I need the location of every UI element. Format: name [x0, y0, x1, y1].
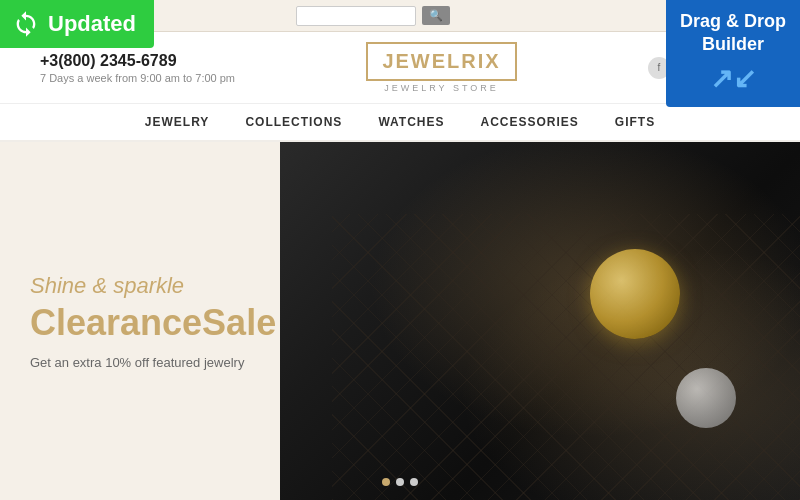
phone-number: +3(800) 2345-6789 [40, 52, 235, 70]
logo-sub: Jewelry Store [384, 83, 499, 93]
nav-item-collections[interactable]: COLLECTIONS [245, 111, 342, 133]
updated-badge: Updated [0, 0, 154, 48]
nav-item-jewelry[interactable]: JEWELRY [145, 111, 210, 133]
nav-item-watches[interactable]: WATCHES [378, 111, 444, 133]
hero-tagline-accent: & sparkle [92, 273, 184, 298]
logo-box: JEWELRIX [366, 42, 516, 81]
dnd-badge: Drag & Drop Builder ↗↙ [666, 0, 800, 107]
logo[interactable]: JEWELRIX Jewelry Store [366, 42, 516, 93]
logo-text: JEWELRIX [382, 50, 500, 73]
top-bar-search-area: 🔍 [296, 6, 450, 26]
hero-dots [382, 478, 418, 486]
sync-icon [12, 10, 40, 38]
search-input[interactable] [296, 6, 416, 26]
hero-section: Shine & sparkle ClearanceSale Get an ext… [0, 142, 800, 500]
jewelry-decoration-1 [590, 249, 680, 339]
hero-headline-rest: Sale [202, 302, 276, 343]
hero-subtitle: Get an extra 10% off featured jewelry [30, 354, 276, 369]
hero-tagline: Shine & sparkle [30, 273, 276, 299]
logo-accent: RIX [461, 50, 500, 72]
hero-background-image [280, 142, 800, 500]
dnd-line1: Drag & Drop [680, 11, 786, 31]
dot-2[interactable] [396, 478, 404, 486]
hero-tagline-text: Shine [30, 273, 92, 298]
search-button[interactable]: 🔍 [422, 6, 450, 25]
hero-content: Shine & sparkle ClearanceSale Get an ext… [30, 273, 276, 370]
nav-item-gifts[interactable]: GIFTS [615, 111, 655, 133]
logo-main: JEWEL [382, 50, 461, 72]
dot-3[interactable] [410, 478, 418, 486]
contact-info: +3(800) 2345-6789 7 Days a week from 9:0… [40, 52, 235, 84]
main-nav: JEWELRY COLLECTIONS WATCHES ACCESSORIES … [0, 104, 800, 142]
dnd-arrow-icon: ↗↙ [680, 61, 786, 97]
dnd-line2: Builder [702, 34, 764, 54]
dot-1[interactable] [382, 478, 390, 486]
nav-item-accessories[interactable]: ACCESSORIES [480, 111, 578, 133]
business-hours: 7 Days a week from 9:00 am to 7:00 pm [40, 72, 235, 84]
jewelry-decoration-2 [676, 368, 736, 428]
hero-headline: ClearanceSale [30, 303, 276, 343]
hero-headline-accent: Clearance [30, 302, 202, 343]
updated-label: Updated [48, 11, 136, 37]
